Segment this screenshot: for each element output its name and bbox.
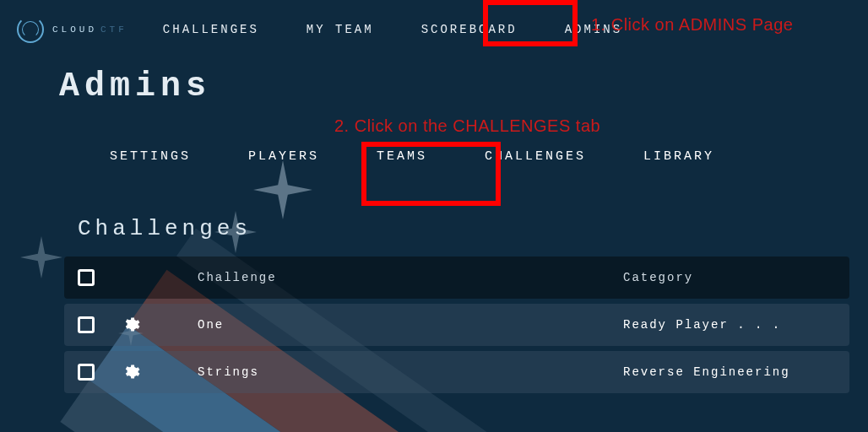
table-header-row: Challenge Category — [64, 256, 849, 299]
page-title: Admins — [59, 68, 868, 105]
col-challenge: Challenge — [198, 271, 623, 284]
tab-players[interactable]: PLAYERS — [231, 139, 336, 174]
gear-icon[interactable] — [122, 316, 140, 334]
logo[interactable]: CLOUD CTF — [17, 16, 127, 43]
logo-text-2: CTF — [100, 24, 127, 35]
annotation-text-2: 2. Click on the CHALLENGES tab — [334, 116, 600, 136]
sparkle-icon — [20, 236, 62, 278]
logo-text-1: CLOUD — [52, 24, 97, 35]
challenges-table: Challenge Category One Ready Player . . … — [64, 256, 849, 393]
tab-teams[interactable]: TEAMS — [360, 139, 444, 174]
annotation-text-1: 1. Click on ADMINS Page — [591, 15, 793, 35]
nav-challenges[interactable]: CHALLENGES — [151, 16, 271, 43]
table-row[interactable]: One Ready Player . . . — [64, 304, 849, 346]
row-checkbox[interactable] — [78, 316, 95, 333]
cell-category: Reverse Engineering — [623, 365, 843, 379]
col-category: Category — [623, 271, 843, 284]
select-all-checkbox[interactable] — [78, 269, 95, 286]
tab-challenges[interactable]: CHALLENGES — [468, 139, 603, 174]
gear-icon[interactable] — [122, 363, 140, 381]
table-row[interactable]: Strings Reverse Engineering — [64, 351, 849, 393]
tab-library[interactable]: LIBRARY — [627, 139, 731, 174]
tab-settings[interactable]: SETTINGS — [93, 139, 208, 174]
admin-tabs: SETTINGS PLAYERS TEAMS CHALLENGES LIBRAR… — [93, 139, 868, 174]
cell-category: Ready Player . . . — [623, 318, 843, 332]
cell-name: One — [198, 318, 623, 332]
nav-scoreboard[interactable]: SCOREBOARD — [410, 16, 529, 43]
logo-icon — [17, 16, 44, 43]
nav-my-team[interactable]: MY TEAM — [295, 16, 386, 43]
cell-name: Strings — [198, 365, 623, 379]
section-title: Challenges — [78, 216, 868, 241]
row-checkbox[interactable] — [78, 364, 95, 381]
